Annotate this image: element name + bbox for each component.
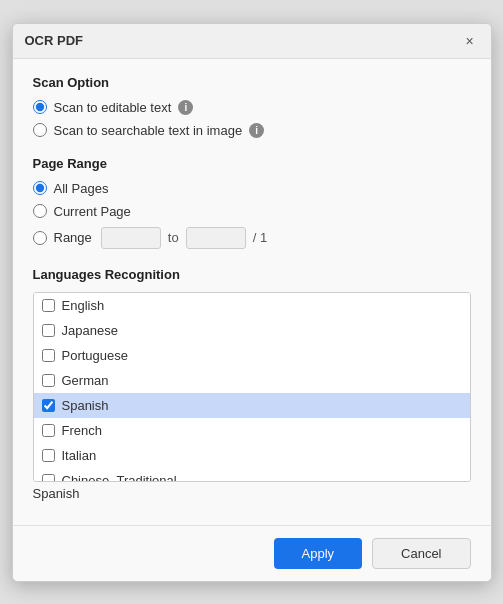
page-range-title: Page Range <box>33 156 471 171</box>
lang-checkbox-5[interactable] <box>42 424 55 437</box>
list-item[interactable]: Japanese <box>34 318 470 343</box>
page-range-section: Page Range All Pages Current Page Range <box>33 156 471 249</box>
lang-label: French <box>62 423 102 438</box>
cancel-button[interactable]: Cancel <box>372 538 470 569</box>
all-pages-radio[interactable] <box>33 181 47 195</box>
scan-editable-option[interactable]: Scan to editable text i <box>33 100 471 115</box>
lang-label: Chinese_Traditional <box>62 473 177 482</box>
scan-searchable-option[interactable]: Scan to searchable text in image i <box>33 123 471 138</box>
lang-label: German <box>62 373 109 388</box>
scan-searchable-info-icon: i <box>249 123 264 138</box>
ocr-dialog: OCR PDF × Scan Option Scan to editable t… <box>12 23 492 582</box>
apply-button[interactable]: Apply <box>274 538 363 569</box>
lang-checkbox-6[interactable] <box>42 449 55 462</box>
scan-editable-info-icon: i <box>178 100 193 115</box>
range-row: Range to / 1 <box>33 227 471 249</box>
list-item[interactable]: English <box>34 293 470 318</box>
lang-label: English <box>62 298 105 313</box>
dialog-footer: Apply Cancel <box>13 525 491 581</box>
lang-checkbox-1[interactable] <box>42 324 55 337</box>
range-to-text: to <box>168 230 179 245</box>
lang-checkbox-2[interactable] <box>42 349 55 362</box>
list-item[interactable]: French <box>34 418 470 443</box>
list-item[interactable]: Chinese_Traditional <box>34 468 470 482</box>
scan-editable-radio[interactable] <box>33 100 47 114</box>
range-radio[interactable] <box>33 231 47 245</box>
range-from-input[interactable] <box>101 227 161 249</box>
lang-checkbox-4[interactable] <box>42 399 55 412</box>
all-pages-label: All Pages <box>54 181 109 196</box>
close-button[interactable]: × <box>461 32 479 50</box>
lang-label: Japanese <box>62 323 118 338</box>
current-page-option[interactable]: Current Page <box>33 204 471 219</box>
list-item[interactable]: Italian <box>34 443 470 468</box>
range-total-text: / 1 <box>253 230 267 245</box>
range-to-input[interactable] <box>186 227 246 249</box>
lang-checkbox-0[interactable] <box>42 299 55 312</box>
dialog-content: Scan Option Scan to editable text i Scan… <box>13 59 491 525</box>
all-pages-option[interactable]: All Pages <box>33 181 471 196</box>
lang-checkbox-7[interactable] <box>42 474 55 482</box>
languages-section: Languages Recognition EnglishJapanesePor… <box>33 267 471 505</box>
list-item[interactable]: German <box>34 368 470 393</box>
lang-label: Portuguese <box>62 348 129 363</box>
lang-label: Spanish <box>62 398 109 413</box>
range-label: Range <box>54 230 92 245</box>
title-bar: OCR PDF × <box>13 24 491 59</box>
lang-label: Italian <box>62 448 97 463</box>
scan-searchable-radio[interactable] <box>33 123 47 137</box>
current-page-label: Current Page <box>54 204 131 219</box>
scan-option-group: Scan to editable text i Scan to searchab… <box>33 100 471 138</box>
scan-editable-label: Scan to editable text <box>54 100 172 115</box>
list-item[interactable]: Spanish <box>34 393 470 418</box>
languages-title: Languages Recognition <box>33 267 471 282</box>
lang-checkbox-3[interactable] <box>42 374 55 387</box>
range-option[interactable]: Range <box>33 230 92 245</box>
current-page-radio[interactable] <box>33 204 47 218</box>
scan-searchable-label: Scan to searchable text in image <box>54 123 243 138</box>
list-item[interactable]: Portuguese <box>34 343 470 368</box>
scan-option-title: Scan Option <box>33 75 471 90</box>
selected-language-display: Spanish <box>33 482 471 505</box>
languages-list[interactable]: EnglishJapanesePortugueseGermanSpanishFr… <box>33 292 471 482</box>
dialog-title: OCR PDF <box>25 33 84 48</box>
page-range-group: All Pages Current Page Range to / 1 <box>33 181 471 249</box>
scan-option-section: Scan Option Scan to editable text i Scan… <box>33 75 471 138</box>
